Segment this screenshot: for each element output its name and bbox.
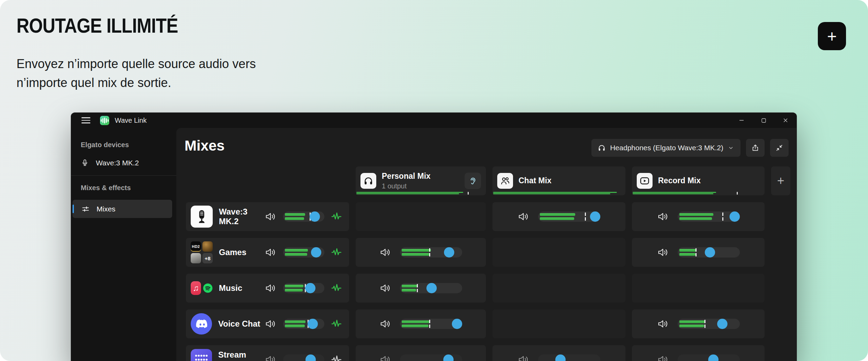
input-controls bbox=[265, 282, 342, 294]
slider-knob[interactable] bbox=[705, 247, 715, 258]
input-label: Voice Chat bbox=[218, 319, 260, 329]
waveform-icon[interactable] bbox=[331, 211, 342, 222]
volume-slider[interactable] bbox=[678, 211, 740, 222]
expand-section-button[interactable]: + bbox=[818, 22, 846, 50]
chat-mix-text: Chat Mix bbox=[519, 176, 552, 186]
input-row-voice-chat[interactable]: Voice Chat bbox=[186, 309, 349, 338]
slider-tick bbox=[417, 284, 418, 292]
volume-slider[interactable] bbox=[400, 247, 462, 258]
volume-slider[interactable] bbox=[400, 283, 462, 293]
speaker-icon bbox=[379, 318, 391, 330]
grid-spacer bbox=[186, 166, 349, 195]
cell-music-chat-empty bbox=[492, 274, 625, 303]
input-label: Stream Deck bbox=[218, 350, 265, 361]
slider-knob[interactable] bbox=[590, 211, 600, 222]
slider-knob[interactable] bbox=[452, 319, 462, 329]
monitor-toggle-button[interactable] bbox=[465, 173, 481, 189]
volume-slider[interactable] bbox=[538, 211, 600, 222]
microphone-icon bbox=[81, 159, 89, 167]
games-app-icons: HD2 +8 bbox=[191, 241, 213, 263]
slider-knob[interactable] bbox=[443, 354, 454, 361]
input-label: Games bbox=[219, 248, 246, 257]
output-device-dropdown[interactable]: Headphones (Elgato Wave:3 MK.2) bbox=[591, 139, 741, 157]
level-meter bbox=[492, 192, 625, 195]
chat-mix-header[interactable]: Chat Mix bbox=[492, 166, 625, 195]
volume-slider[interactable] bbox=[678, 319, 740, 329]
game-icon-hd2: HD2 bbox=[191, 241, 201, 252]
sidebar-item-mixes[interactable]: Mixes bbox=[73, 200, 172, 218]
slider-knob[interactable] bbox=[717, 319, 727, 329]
slider-knob[interactable] bbox=[444, 247, 454, 258]
speaker-icon bbox=[657, 318, 669, 330]
volume-slider[interactable] bbox=[283, 354, 324, 361]
cell-games-record bbox=[632, 238, 765, 267]
wave-link-window: Wave Link Elgato devices Wave:3 MK.2 bbox=[71, 112, 797, 361]
add-mix-button[interactable]: + bbox=[771, 166, 790, 195]
main-panel: Mixes Headphones (Elgato Wave:3 MK.2) bbox=[176, 128, 797, 361]
slider-knob[interactable] bbox=[426, 283, 437, 293]
volume-slider[interactable] bbox=[283, 211, 324, 222]
speaker-icon bbox=[657, 211, 669, 222]
grid-spacer bbox=[771, 345, 790, 361]
window-minimize-icon[interactable] bbox=[731, 113, 753, 128]
sidebar-item-wave3-device[interactable]: Wave:3 MK.2 bbox=[81, 159, 139, 167]
volume-slider[interactable] bbox=[283, 319, 324, 329]
hamburger-menu-icon[interactable] bbox=[81, 117, 90, 123]
page-title: ROUTAGE ILLIMITÉ bbox=[16, 14, 178, 37]
page-heading: Mixes bbox=[185, 138, 225, 154]
waveform-icon[interactable] bbox=[331, 247, 342, 258]
volume-slider[interactable] bbox=[283, 247, 324, 258]
sidebar: Elgato devices Wave:3 MK.2 Mixes & effec… bbox=[71, 128, 176, 361]
speaker-icon bbox=[379, 247, 391, 258]
cell-streamdeck-record bbox=[632, 345, 765, 361]
collapse-mixer-button[interactable] bbox=[770, 139, 789, 157]
sidebar-section-mixes: Mixes & effects bbox=[81, 184, 131, 192]
volume-slider[interactable] bbox=[678, 354, 740, 361]
slider-knob[interactable] bbox=[555, 354, 566, 361]
input-label: Music bbox=[219, 283, 242, 293]
game-icon bbox=[191, 253, 201, 263]
sidebar-section-devices: Elgato devices bbox=[81, 141, 129, 149]
headphones-icon bbox=[598, 144, 606, 152]
headphones-icon bbox=[360, 173, 376, 189]
window-maximize-icon[interactable] bbox=[753, 113, 775, 128]
volume-slider[interactable] bbox=[283, 283, 324, 293]
waveform-icon[interactable] bbox=[331, 283, 342, 293]
slider-knob[interactable] bbox=[308, 319, 318, 329]
volume-slider[interactable] bbox=[538, 354, 600, 361]
slider-tick bbox=[695, 248, 697, 256]
share-button[interactable] bbox=[746, 139, 765, 157]
mix-title: Personal Mix bbox=[382, 172, 431, 181]
volume-slider[interactable] bbox=[400, 354, 462, 361]
slider-knob[interactable] bbox=[305, 283, 315, 293]
slider-knob[interactable] bbox=[311, 247, 321, 258]
slider-tick bbox=[585, 212, 586, 221]
window-close-icon[interactable] bbox=[775, 113, 797, 128]
spotify-icon bbox=[203, 281, 213, 295]
input-row-games[interactable]: HD2 +8 Games bbox=[186, 238, 349, 267]
waveform-icon[interactable] bbox=[331, 354, 342, 361]
input-controls bbox=[265, 318, 342, 330]
volume-slider[interactable] bbox=[678, 247, 740, 258]
input-controls bbox=[265, 211, 342, 222]
sidebar-divider bbox=[71, 175, 176, 176]
slider-knob[interactable] bbox=[708, 354, 719, 361]
record-play-icon bbox=[637, 173, 653, 189]
grid-spacer bbox=[771, 238, 790, 267]
waveform-icon[interactable] bbox=[331, 319, 342, 329]
slider-knob[interactable] bbox=[310, 211, 320, 222]
slider-tick bbox=[722, 212, 723, 221]
slider-knob[interactable] bbox=[305, 354, 316, 361]
input-row-stream-deck[interactable]: Stream Deck bbox=[186, 345, 349, 361]
volume-slider[interactable] bbox=[400, 319, 462, 329]
input-row-wave3[interactable]: Wave:3 MK.2 bbox=[186, 202, 349, 231]
record-mix-header[interactable]: Record Mix bbox=[632, 166, 765, 195]
personal-mix-header[interactable]: Personal Mix 1 output bbox=[356, 166, 486, 195]
chevron-down-icon bbox=[727, 144, 734, 151]
cell-streamdeck-chat bbox=[492, 345, 625, 361]
personal-mix-text: Personal Mix 1 output bbox=[382, 172, 431, 190]
input-row-music[interactable]: ♫ Music bbox=[186, 274, 349, 303]
cell-wave3-record bbox=[632, 202, 765, 231]
slider-knob[interactable] bbox=[730, 211, 740, 222]
music-app-icons: ♫ bbox=[191, 281, 213, 295]
